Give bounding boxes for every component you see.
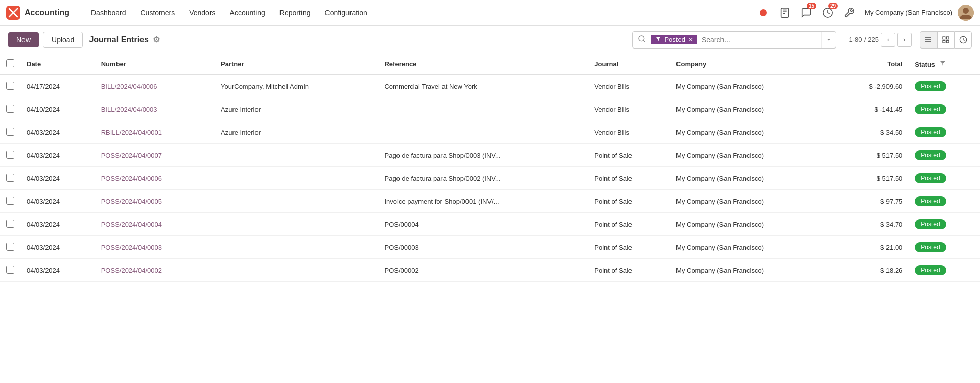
pagination-count: 1-80 / 225 xyxy=(849,36,879,43)
wrench-icon-button[interactable] xyxy=(841,5,857,21)
cell-number[interactable]: POSS/2024/04/0004 xyxy=(95,213,215,236)
row-checkbox-cell[interactable] xyxy=(0,190,20,213)
cell-partner xyxy=(215,259,379,282)
table-row[interactable]: 04/03/2024 POSS/2024/04/0002 POS/00002 P… xyxy=(0,259,980,282)
svg-line-12 xyxy=(644,40,645,42)
upload-button[interactable]: Upload xyxy=(43,32,83,48)
row-checkbox[interactable] xyxy=(6,128,14,136)
cell-total: $ 18.26 xyxy=(834,259,909,282)
app-name: Accounting xyxy=(25,8,69,17)
table-row[interactable]: 04/03/2024 POSS/2024/04/0007 Pago de fac… xyxy=(0,144,980,167)
cell-number[interactable]: POSS/2024/04/0003 xyxy=(95,236,215,259)
svg-point-3 xyxy=(760,9,767,16)
cell-journal: Point of Sale xyxy=(588,190,670,213)
col-header-status[interactable]: Status xyxy=(908,54,980,75)
settings-gear-icon[interactable]: ⚙ xyxy=(153,35,160,44)
nav-item-dashboard[interactable]: Dashboard xyxy=(84,0,133,26)
table-row[interactable]: 04/03/2024 POSS/2024/04/0006 Pago de fac… xyxy=(0,167,980,190)
status-dot-button[interactable] xyxy=(755,5,772,21)
table-row[interactable]: 04/03/2024 POSS/2024/04/0004 POS/00004 P… xyxy=(0,213,980,236)
row-checkbox-cell[interactable] xyxy=(0,144,20,167)
phone-icon-button[interactable] xyxy=(777,5,793,21)
nav-item-configuration[interactable]: Configuration xyxy=(318,0,375,26)
cell-reference: Commercial Travel at New York xyxy=(378,75,588,98)
nav-item-vendors[interactable]: Vendors xyxy=(182,0,222,26)
svg-point-10 xyxy=(963,8,969,14)
cell-number[interactable]: POSS/2024/04/0005 xyxy=(95,190,215,213)
cell-number[interactable]: BILL/2024/04/0006 xyxy=(95,75,215,98)
cell-status: Posted xyxy=(908,236,980,259)
table-row[interactable]: 04/17/2024 BILL/2024/04/0006 YourCompany… xyxy=(0,75,980,98)
row-checkbox[interactable] xyxy=(6,266,14,274)
table-row[interactable]: 04/10/2024 BILL/2024/04/0003 Azure Inter… xyxy=(0,98,980,121)
status-badge: Posted xyxy=(915,265,946,275)
cell-number[interactable]: BILL/2024/04/0003 xyxy=(95,98,215,121)
row-checkbox-cell[interactable] xyxy=(0,167,20,190)
chat-icon-button[interactable]: 15 xyxy=(798,5,814,21)
cell-company: My Company (San Francisco) xyxy=(670,213,833,236)
select-all-header[interactable] xyxy=(0,54,20,75)
filter-tag-posted: Posted ✕ xyxy=(651,35,697,44)
nav-item-customers[interactable]: Customers xyxy=(133,0,182,26)
filter-remove-button[interactable]: ✕ xyxy=(688,36,693,43)
app-logo[interactable]: Accounting xyxy=(6,6,80,20)
page-title: Journal Entries ⚙ xyxy=(89,35,159,44)
cell-total: $ 21.00 xyxy=(834,236,909,259)
row-checkbox[interactable] xyxy=(6,197,14,205)
row-checkbox[interactable] xyxy=(6,243,14,251)
search-input[interactable] xyxy=(697,36,822,44)
cell-status: Posted xyxy=(908,213,980,236)
row-checkbox-cell[interactable] xyxy=(0,236,20,259)
row-checkbox[interactable] xyxy=(6,220,14,228)
row-checkbox-cell[interactable] xyxy=(0,213,20,236)
cell-status: Posted xyxy=(908,190,980,213)
table-row[interactable]: 04/03/2024 POSS/2024/04/0005 Invoice pay… xyxy=(0,190,980,213)
pagination-next-button[interactable]: › xyxy=(897,33,912,47)
pagination-prev-button[interactable]: ‹ xyxy=(881,33,895,47)
table-row[interactable]: 04/03/2024 POSS/2024/04/0003 POS/00003 P… xyxy=(0,236,980,259)
cell-date: 04/10/2024 xyxy=(20,98,95,121)
row-checkbox[interactable] xyxy=(6,105,14,113)
row-checkbox-cell[interactable] xyxy=(0,259,20,282)
row-checkbox[interactable] xyxy=(6,174,14,182)
user-avatar[interactable] xyxy=(958,5,974,21)
cell-number[interactable]: POSS/2024/04/0007 xyxy=(95,144,215,167)
cell-number[interactable]: RBILL/2024/04/0001 xyxy=(95,121,215,144)
nav-item-accounting[interactable]: Accounting xyxy=(223,0,272,26)
svg-rect-19 xyxy=(946,40,949,43)
nav-item-reporting[interactable]: Reporting xyxy=(272,0,318,26)
col-header-partner[interactable]: Partner xyxy=(215,54,379,75)
cell-total: $ 97.75 xyxy=(834,190,909,213)
cell-total: $ 517.50 xyxy=(834,167,909,190)
cell-partner: Azure Interior xyxy=(215,98,379,121)
nav-right: 15 29 My Company (San Francisco) xyxy=(755,5,974,21)
cell-journal: Point of Sale xyxy=(588,259,670,282)
row-checkbox[interactable] xyxy=(6,151,14,159)
col-header-date[interactable]: Date xyxy=(20,54,95,75)
col-header-reference[interactable]: Reference xyxy=(378,54,588,75)
col-header-total[interactable]: Total xyxy=(834,54,909,75)
row-checkbox-cell[interactable] xyxy=(0,121,20,144)
new-button[interactable]: New xyxy=(8,32,39,47)
row-checkbox[interactable] xyxy=(6,82,14,90)
col-header-journal[interactable]: Journal xyxy=(588,54,670,75)
cell-status: Posted xyxy=(908,144,980,167)
view-kanban-button[interactable] xyxy=(937,31,954,49)
view-clock-button[interactable] xyxy=(954,31,972,49)
row-checkbox-cell[interactable] xyxy=(0,98,20,121)
svg-rect-16 xyxy=(943,37,945,39)
column-filter-icon[interactable] xyxy=(939,61,946,68)
col-header-number[interactable]: Number xyxy=(95,54,215,75)
cell-number[interactable]: POSS/2024/04/0006 xyxy=(95,167,215,190)
svg-rect-4 xyxy=(781,8,789,17)
select-all-checkbox[interactable] xyxy=(6,59,14,67)
search-dropdown-button[interactable] xyxy=(821,32,836,48)
row-checkbox-cell[interactable] xyxy=(0,75,20,98)
toolbar: New Upload Journal Entries ⚙ Posted ✕ 1-… xyxy=(0,26,980,54)
col-header-company[interactable]: Company xyxy=(670,54,833,75)
cell-number[interactable]: POSS/2024/04/0002 xyxy=(95,259,215,282)
svg-rect-18 xyxy=(943,40,945,43)
table-row[interactable]: 04/03/2024 RBILL/2024/04/0001 Azure Inte… xyxy=(0,121,980,144)
view-list-button[interactable] xyxy=(920,31,937,49)
timer-icon-button[interactable]: 29 xyxy=(820,5,836,21)
